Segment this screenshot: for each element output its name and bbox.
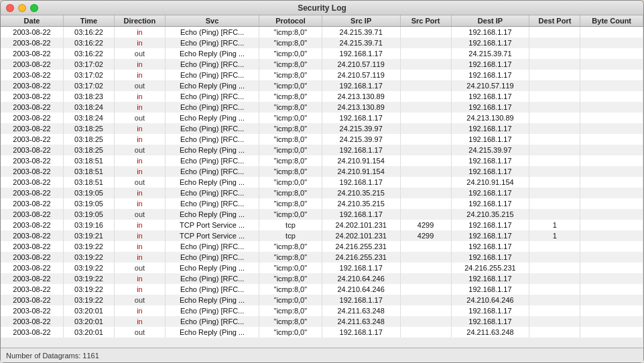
cell-proto: "icmp:8,0" [259, 252, 322, 263]
table-row[interactable]: 2003-08-2203:19:22inEcho (Ping) [RFC..."… [1, 284, 643, 295]
table-row[interactable]: 2003-08-2203:18:25outEcho Reply (Ping ..… [1, 145, 643, 155]
table-row[interactable]: 2003-08-2203:18:23inEcho (Ping) [RFC..."… [1, 91, 643, 102]
table-row[interactable]: 2003-08-2203:17:02inEcho (Ping) [RFC..."… [1, 59, 643, 70]
cell-destport [529, 209, 580, 220]
table-row[interactable]: 2003-08-2203:19:05inEcho (Ping) [RFC..."… [1, 198, 643, 209]
cell-svc: Echo (Ping) [RFC... [165, 59, 259, 70]
cell-proto: "icmp:8,0" [259, 284, 322, 295]
cell-date: 2003-08-22 [1, 80, 64, 91]
table-row[interactable]: 2003-08-2203:18:24outEcho Reply (Ping ..… [1, 113, 643, 123]
cell-svc: Echo Reply (Ping ... [165, 177, 259, 188]
cell-destport [529, 198, 580, 209]
table-header-row: Date Time Direction Svc Protocol Src IP … [1, 15, 643, 27]
cell-bytes [580, 155, 643, 166]
table-row[interactable]: 2003-08-2203:19:16inTCP Port Service ...… [1, 220, 643, 230]
table-row[interactable]: 2003-08-2203:19:22inEcho (Ping) [RFC..."… [1, 241, 643, 252]
cell-bytes [580, 38, 643, 48]
table-row[interactable]: 2003-08-2203:16:22outEcho Reply (Ping ..… [1, 48, 643, 59]
col-header-destport[interactable]: Dest Port [529, 15, 580, 27]
table-row[interactable]: 2003-08-2203:19:05outEcho Reply (Ping ..… [1, 209, 643, 220]
table-row[interactable]: 2003-08-2203:20:01inEcho (Ping) [RFC..."… [1, 305, 643, 316]
cell-bytes [580, 70, 643, 80]
cell-srcip: 24.216.255.231 [322, 241, 400, 252]
cell-destip: 192.168.1.17 [451, 230, 529, 241]
table-row[interactable]: 2003-08-2203:17:02inEcho (Ping) [RFC..."… [1, 70, 643, 80]
col-header-date[interactable]: Date [1, 15, 64, 27]
cell-time: 03:17:02 [64, 70, 115, 80]
cell-srcip: 192.168.1.17 [322, 80, 400, 91]
close-button[interactable] [6, 4, 14, 12]
table-row[interactable]: 2003-08-2203:16:22inEcho (Ping) [RFC..."… [1, 38, 643, 48]
footer: Number of Datagrams: 1161 [1, 348, 643, 362]
cell-bytes [580, 305, 643, 316]
cell-bytes [580, 123, 643, 134]
col-header-destip[interactable]: Dest IP [451, 15, 529, 27]
cell-time: 03:18:51 [64, 155, 115, 166]
cell-srcip: 24.216.255.231 [322, 252, 400, 263]
table-row[interactable]: 2003-08-2203:18:24inEcho (Ping) [RFC..."… [1, 102, 643, 113]
table-row[interactable]: 2003-08-2203:19:21inTCP Port Service ...… [1, 230, 643, 241]
col-header-time[interactable]: Time [64, 15, 115, 27]
cell-srcip: 24.211.63.248 [322, 316, 400, 327]
cell-proto: "icmp:8,0" [259, 198, 322, 209]
log-table-container[interactable]: Date Time Direction Svc Protocol Src IP … [1, 15, 643, 348]
cell-dir: in [114, 155, 165, 166]
table-row[interactable]: 2003-08-2203:19:22outEcho Reply (Ping ..… [1, 295, 643, 305]
col-header-svc[interactable]: Svc [165, 15, 259, 27]
table-row[interactable]: 2003-08-2203:18:51outEcho Reply (Ping ..… [1, 177, 643, 188]
table-row[interactable]: 2003-08-2203:19:22inEcho (Ping) [RFC..."… [1, 252, 643, 263]
cell-svc: Echo Reply (Ping ... [165, 327, 259, 338]
cell-destip: 192.168.1.17 [451, 38, 529, 48]
maximize-button[interactable] [30, 4, 38, 12]
cell-time: 03:17:02 [64, 80, 115, 91]
cell-bytes [580, 252, 643, 263]
cell-bytes [580, 188, 643, 198]
cell-date: 2003-08-22 [1, 241, 64, 252]
table-row[interactable]: 2003-08-2203:18:25inEcho (Ping) [RFC..."… [1, 134, 643, 145]
cell-date: 2003-08-22 [1, 70, 64, 80]
col-header-srcip[interactable]: Src IP [322, 15, 400, 27]
cell-bytes [580, 166, 643, 177]
cell-svc: TCP Port Service ... [165, 230, 259, 241]
table-row[interactable]: 2003-08-2203:19:05inEcho (Ping) [RFC..."… [1, 188, 643, 198]
table-row[interactable]: 2003-08-2203:18:51inEcho (Ping) [RFC..."… [1, 166, 643, 177]
cell-svc: Echo Reply (Ping ... [165, 145, 259, 155]
log-table: Date Time Direction Svc Protocol Src IP … [1, 15, 643, 338]
cell-dir: out [114, 327, 165, 338]
cell-proto: "icmp:8,0" [259, 305, 322, 316]
cell-dir: in [114, 102, 165, 113]
cell-svc: Echo (Ping) [RFC... [165, 27, 259, 38]
cell-srcport [400, 134, 451, 145]
table-row[interactable]: 2003-08-2203:20:01inEcho (Ping) [RFC..."… [1, 316, 643, 327]
col-header-bytes[interactable]: Byte Count [580, 15, 643, 27]
cell-proto: "icmp:8,0" [259, 316, 322, 327]
table-row[interactable]: 2003-08-2203:18:51inEcho (Ping) [RFC..."… [1, 155, 643, 166]
table-row[interactable]: 2003-08-2203:20:01outEcho Reply (Ping ..… [1, 327, 643, 338]
cell-dir: in [114, 284, 165, 295]
cell-proto: "icmp:8,0" [259, 102, 322, 113]
cell-destport [529, 70, 580, 80]
col-header-protocol[interactable]: Protocol [259, 15, 322, 27]
cell-srcport [400, 102, 451, 113]
cell-srcport [400, 27, 451, 38]
cell-dir: in [114, 188, 165, 198]
cell-dir: out [114, 263, 165, 273]
table-row[interactable]: 2003-08-2203:19:22outEcho Reply (Ping ..… [1, 263, 643, 273]
cell-date: 2003-08-22 [1, 230, 64, 241]
table-row[interactable]: 2003-08-2203:18:25inEcho (Ping) [RFC..."… [1, 123, 643, 134]
cell-svc: Echo (Ping) [RFC... [165, 198, 259, 209]
cell-dir: in [114, 241, 165, 252]
cell-bytes [580, 263, 643, 273]
col-header-srcport[interactable]: Src Port [400, 15, 451, 27]
table-row[interactable]: 2003-08-2203:19:22inEcho (Ping) [RFC..."… [1, 273, 643, 284]
cell-srcport [400, 241, 451, 252]
cell-srcport [400, 209, 451, 220]
col-header-direction[interactable]: Direction [114, 15, 165, 27]
minimize-button[interactable] [18, 4, 26, 12]
table-row[interactable]: 2003-08-2203:16:22inEcho (Ping) [RFC..."… [1, 27, 643, 38]
table-row[interactable]: 2003-08-2203:17:02outEcho Reply (Ping ..… [1, 80, 643, 91]
cell-time: 03:18:25 [64, 145, 115, 155]
cell-dir: in [114, 59, 165, 70]
cell-destport [529, 241, 580, 252]
cell-proto: "icmp:8,0" [259, 273, 322, 284]
